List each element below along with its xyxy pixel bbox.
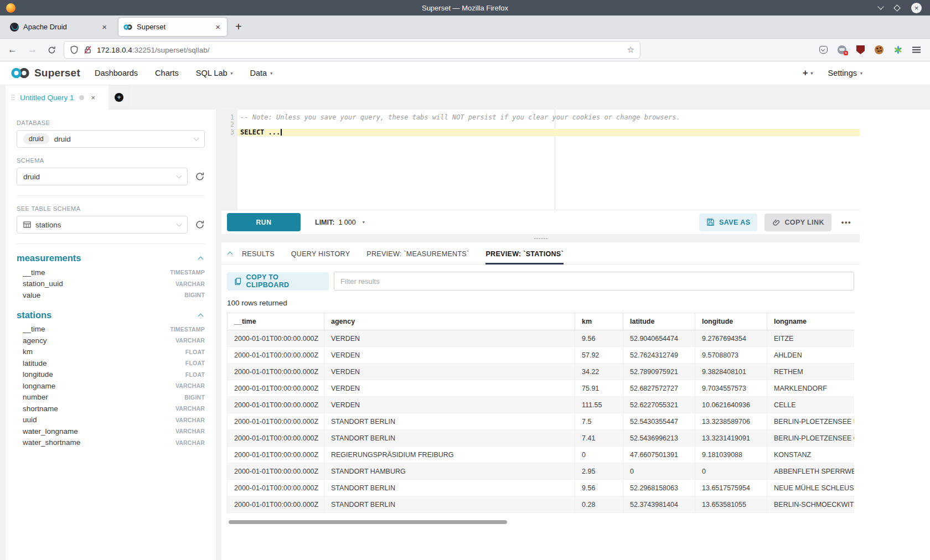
url-bar[interactable]: 172.18.0.4:32251/superset/sqllab/ ☆ (64, 42, 640, 58)
table-cell: 13.6517575954 (695, 480, 767, 496)
new-query-tab-button[interactable]: + (109, 85, 129, 110)
horizontal-scrollbar[interactable] (229, 520, 507, 524)
caret-down-icon: ▾ (363, 220, 365, 225)
table-row: 2000-01-01T00:00:00.000ZVERDEN111.5552.6… (228, 397, 855, 413)
column-type: FLOAT (185, 349, 205, 355)
chevron-down-icon (177, 173, 182, 178)
copy-to-clipboard-button[interactable]: COPY TO CLIPBOARD (227, 272, 329, 291)
column-type: BIGINT (184, 394, 205, 401)
bookmark-star-icon[interactable]: ☆ (627, 45, 634, 55)
save-as-button[interactable]: SAVE AS (699, 214, 757, 231)
window-minimize-icon[interactable] (877, 3, 884, 9)
firefox-icon (6, 3, 16, 13)
table-cell: 52.6827572727 (623, 380, 695, 397)
results-tab-results[interactable]: RESULTS (242, 242, 275, 265)
column-row: latitudeFLOAT (17, 357, 205, 369)
sqllab-workspace: Untitled Query 1 × + DATABASE druid drui… (0, 85, 930, 560)
nav-item-charts[interactable]: Charts (155, 69, 179, 77)
table-cell: VERDEN (324, 397, 575, 413)
insecure-lock-icon[interactable] (84, 45, 92, 54)
editor-body[interactable]: -- Note: Unless you save your query, the… (237, 110, 860, 210)
table-cell: 2000-01-01T00:00:00.000Z (228, 397, 324, 413)
database-type-tag: druid (23, 133, 49, 144)
url-text[interactable]: 172.18.0.4:32251/superset/sqllab/ (97, 46, 627, 54)
table-row: 2000-01-01T00:00:00.000ZREGIERUNGSPRÄSID… (228, 447, 855, 463)
text-cursor (281, 129, 282, 136)
column-header-time[interactable]: __time (228, 313, 324, 330)
forward-button[interactable]: → (28, 44, 37, 55)
table-cell: STANDORT BERLIN (324, 496, 575, 513)
new-tab-button[interactable]: + (235, 20, 242, 33)
results-tabs: RESULTSQUERY HISTORYPREVIEW: `MEASUREMEN… (221, 242, 860, 265)
tab-close-icon[interactable]: × (100, 22, 108, 32)
window-close-icon[interactable]: × (911, 3, 922, 13)
query-tab-label: Untitled Query 1 (20, 94, 74, 102)
table-cell: CELLE (767, 397, 855, 413)
extension-mask-icon[interactable] (838, 45, 846, 54)
table-cell: 2000-01-01T00:00:00.000Z (228, 413, 324, 430)
browser-tab-apache-druid[interactable]: Apache Druid × (5, 18, 113, 36)
plus-label: + (803, 68, 808, 79)
sql-editor[interactable]: 123 -- Note: Unless you save your query,… (221, 110, 860, 210)
table-cell: MARKLENDORF (767, 380, 855, 397)
collapse-pane-icon[interactable] (228, 252, 233, 257)
tab-close-icon[interactable]: × (214, 22, 222, 32)
pocket-icon[interactable] (819, 46, 828, 54)
table-cell: NEUE MÜHLE SCHLEUSE OP (767, 480, 855, 496)
drag-handle-icon[interactable] (11, 94, 15, 101)
chevron-up-icon[interactable] (198, 313, 204, 319)
schema-select[interactable]: druid (17, 168, 188, 185)
pane-resizer[interactable] (221, 234, 860, 242)
table-cell: EITZE (767, 330, 855, 347)
ublock-shield-icon[interactable] (856, 45, 865, 54)
nav-item-sql-lab[interactable]: SQL Lab▾ (196, 69, 233, 77)
chevron-up-icon[interactable] (198, 257, 204, 262)
menu-hamburger-icon[interactable] (912, 49, 921, 50)
new-item-menu[interactable]: +▾ (803, 68, 813, 79)
table-name: stations (17, 310, 51, 320)
query-tab-close-icon[interactable]: × (91, 94, 96, 102)
table-cell: KONSTANZ (767, 447, 855, 463)
refresh-schema-icon[interactable] (195, 172, 205, 182)
nav-item-data[interactable]: Data▾ (250, 69, 273, 77)
table-cell: 47.6607501391 (623, 447, 695, 463)
extension-asterisk-icon[interactable] (893, 45, 902, 54)
table-select[interactable]: stations (17, 216, 188, 234)
run-button[interactable]: RUN (227, 213, 301, 231)
column-header-latitude[interactable]: latitude (623, 313, 695, 330)
more-options-icon[interactable]: ••• (841, 218, 851, 226)
table-cell: 34.22 (575, 364, 623, 380)
table-cell: 7.5 (575, 413, 623, 430)
reload-button[interactable] (48, 46, 56, 54)
column-type: FLOAT (185, 371, 205, 378)
results-tab-preview-stations[interactable]: PREVIEW: `STATIONS` (485, 242, 563, 265)
browser-tab-superset[interactable]: Superset × (118, 18, 227, 36)
query-tab-untitled-query-1[interactable]: Untitled Query 1 × (6, 85, 108, 110)
column-header-agency[interactable]: agency (324, 313, 575, 330)
database-select[interactable]: druid druid (17, 130, 205, 148)
shield-icon[interactable] (70, 45, 79, 54)
brand-name: Superset (34, 67, 80, 79)
table-cell: AHLDEN (767, 347, 855, 364)
refresh-tables-icon[interactable] (195, 220, 205, 230)
column-header-longname[interactable]: longname (767, 313, 855, 330)
window-maximize-icon[interactable] (893, 4, 901, 12)
results-tab-query-history[interactable]: QUERY HISTORY (291, 242, 350, 265)
nav-item-dashboards[interactable]: Dashboards (95, 69, 138, 77)
table-cell: 2.95 (575, 463, 623, 480)
table-section-header[interactable]: measurements (17, 253, 205, 263)
column-header-km[interactable]: km (575, 313, 623, 330)
nav-item-label: SQL Lab (196, 69, 228, 77)
table-section-header[interactable]: stations (17, 310, 205, 320)
table-cell: 2000-01-01T00:00:00.000Z (228, 364, 324, 380)
filter-results-input[interactable] (334, 272, 854, 291)
settings-menu[interactable]: Settings▾ (828, 69, 862, 77)
back-button[interactable]: ← (8, 44, 17, 55)
editor-gutter: 123 (221, 110, 237, 210)
column-header-longitude[interactable]: longitude (695, 313, 767, 330)
copy-link-button[interactable]: COPY LINK (764, 214, 831, 231)
limit-dropdown[interactable]: LIMIT: 1 000 ▾ (315, 219, 365, 226)
cookie-extension-icon[interactable] (875, 45, 884, 54)
results-tab-preview-measurements[interactable]: PREVIEW: `MEASUREMENTS` (366, 242, 469, 265)
superset-logo[interactable]: Superset (10, 66, 80, 80)
